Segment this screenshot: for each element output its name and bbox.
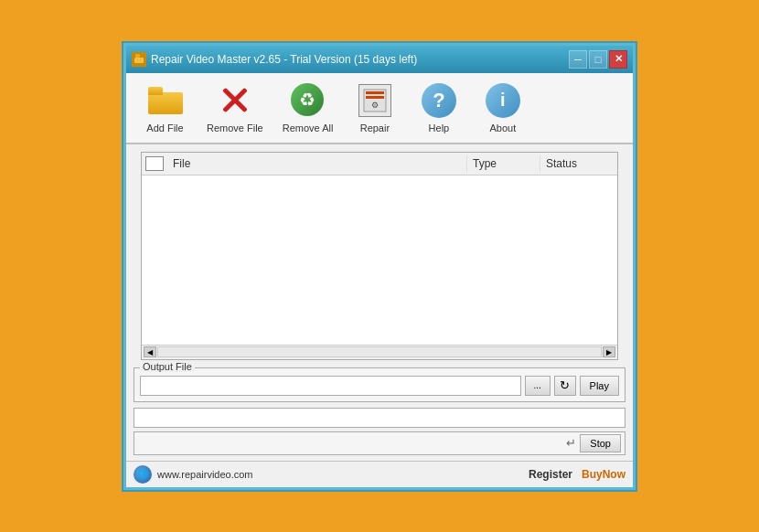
repair-button[interactable]: ⚙ Repair [345,79,404,137]
scroll-left-button[interactable]: ◀ [144,346,156,357]
help-icon: ? [421,82,457,119]
table-header: File Type Status [142,153,617,176]
scrollbar-track[interactable] [157,346,602,357]
progress-bar [134,408,625,428]
output-row: ... ↻ Play [140,376,619,396]
play-button[interactable]: Play [580,376,619,396]
help-label: Help [429,122,450,133]
remove-all-label: Remove All [283,122,334,133]
file-list-area: File Type Status ◀ ▶ [134,152,625,360]
status-column-header: Status [540,155,614,172]
register-button[interactable]: Register [529,468,572,481]
select-all-checkbox[interactable] [145,156,164,171]
about-button[interactable]: i About [473,79,532,137]
svg-rect-1 [135,54,140,58]
svg-rect-5 [366,96,384,99]
repair-label: Repair [360,122,390,133]
scroll-right-button[interactable]: ▶ [603,346,615,357]
title-bar-left: Repair Video Master v2.65 - Trial Versio… [132,52,417,67]
file-table: File Type Status ◀ ▶ [141,152,618,360]
file-column-header: File [167,155,467,172]
repair-icon: ⚙ [357,82,393,119]
stop-icon: ↵ [566,436,576,450]
output-browse-button[interactable]: ... [525,376,551,396]
about-icon: i [485,82,521,119]
svg-rect-2 [134,58,144,63]
remove-all-icon: ♻ [290,82,326,119]
output-file-input[interactable] [140,376,521,396]
output-refresh-button[interactable]: ↻ [554,376,576,396]
toolbar: Add File Remove File ♻ Remove All [126,73,633,144]
remove-file-icon [217,82,253,119]
svg-rect-4 [366,91,384,94]
status-right: Register BuyNow [529,468,625,481]
stop-row: ↵ Stop [134,431,625,455]
window-title: Repair Video Master v2.65 - Trial Versio… [151,53,417,66]
output-file-section: Output File ... ↻ Play [134,367,625,402]
app-icon [132,52,146,67]
main-window: Repair Video Master v2.65 - Trial Versio… [123,43,636,490]
remove-file-button[interactable]: Remove File [199,79,271,137]
website-link[interactable]: www.repairvideo.com [157,469,253,480]
output-file-label: Output File [140,361,195,372]
buynow-button[interactable]: BuyNow [582,468,625,481]
add-file-icon [147,82,184,119]
close-button[interactable]: ✕ [609,50,627,69]
restore-button[interactable]: □ [589,50,607,69]
title-bar: Repair Video Master v2.65 - Trial Versio… [126,46,633,73]
remove-all-button[interactable]: ♻ Remove All [275,79,341,137]
add-file-label: Add File [146,122,183,133]
minimize-button[interactable]: ─ [569,50,587,69]
remove-file-label: Remove File [207,122,263,133]
horizontal-scrollbar[interactable]: ◀ ▶ [142,345,617,359]
title-controls: ─ □ ✕ [569,50,627,69]
file-list-body [142,176,617,345]
about-label: About [490,122,517,133]
help-button[interactable]: ? Help [409,79,468,137]
status-left: 🌐 www.repairvideo.com [134,465,253,484]
status-bar: 🌐 www.repairvideo.com Register BuyNow [126,461,633,487]
globe-icon: 🌐 [134,465,152,484]
svg-text:⚙: ⚙ [371,101,379,110]
stop-button[interactable]: Stop [580,434,621,452]
type-column-header: Type [467,155,540,172]
add-file-button[interactable]: Add File [135,79,195,137]
